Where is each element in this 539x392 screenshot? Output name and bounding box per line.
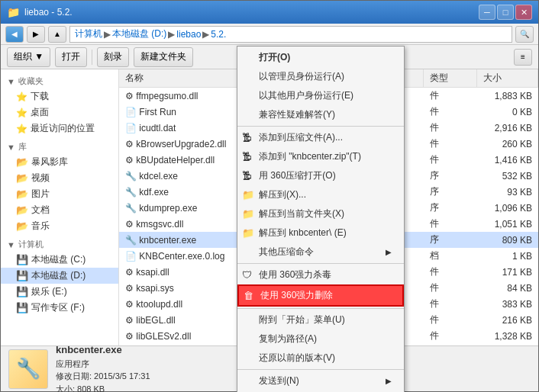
library-section: ▼ 库 📂 暴风影库 📂 视频 📂 图片 📂 文档 — [1, 140, 118, 234]
submenu-arrow-icon: ▶ — [386, 248, 392, 256]
disk-e-label: 娱乐 (E:) — [31, 285, 67, 298]
download-label: 下载 — [31, 90, 49, 103]
close-button[interactable]: ✕ — [515, 5, 532, 20]
address-path[interactable]: 计算机 ▶ 本地磁盘 (D:) ▶ liebao ▶ 5.2. — [69, 26, 512, 43]
file-size-cell: 0 KB — [477, 106, 538, 118]
download-icon: ⭐ — [16, 92, 27, 102]
organize-button[interactable]: 组织 ▼ — [7, 47, 50, 67]
library-title[interactable]: ▼ 库 — [1, 140, 118, 154]
menu-item[interactable]: 复制为路径(A) — [237, 329, 404, 349]
file-type-icon: 🔧 — [125, 171, 137, 182]
video-icon: 📂 — [16, 172, 28, 184]
file-info: knbcenter.exe 应用程序 修改日期: 2015/3/5 17:31 … — [56, 342, 150, 392]
menu-item[interactable]: 📁解压到(X)... — [237, 185, 404, 204]
menu-item-icon: 🗑 — [244, 290, 253, 301]
video-label: 视频 — [31, 172, 50, 185]
file-size-cell: 809 KB — [477, 234, 538, 246]
disk-d-icon: 💾 — [16, 270, 28, 281]
file-type-cell: 件 — [424, 217, 477, 231]
view-toggle[interactable]: ≡ — [514, 49, 532, 66]
file-type-cell: 序 — [424, 185, 477, 199]
maximize-button[interactable]: □ — [497, 5, 514, 20]
file-size-cell: 383 KB — [477, 298, 538, 310]
file-type-cell: 序 — [424, 169, 477, 183]
sidebar-item-c[interactable]: 💾 本地磁盘 (C:) — [1, 252, 118, 268]
menu-item[interactable]: 📁解压到当前文件夹(X) — [237, 204, 404, 223]
desktop-label: 桌面 — [31, 106, 49, 119]
column-type[interactable]: 类型 — [424, 69, 477, 87]
file-type-icon: ⚙ — [125, 155, 134, 165]
menu-item[interactable]: 🛡使用 360强力杀毒 — [237, 265, 404, 284]
sidebar-item-video[interactable]: 📂 视频 — [1, 170, 118, 186]
address-bar: ◀ ▶ ▲ 计算机 ▶ 本地磁盘 (D:) ▶ liebao ▶ 5.2. 🔍 — [1, 24, 538, 45]
menu-item-icon: 🗜 — [242, 132, 252, 143]
sidebar: ▼ 收藏夹 ⭐ 下载 ⭐ 桌面 ⭐ 最近访问的位置 ▼ — [1, 69, 119, 371]
file-type-cell: 件 — [424, 313, 477, 327]
favorites-title[interactable]: ▼ 收藏夹 — [1, 74, 118, 88]
path-computer[interactable]: 计算机 — [75, 27, 102, 40]
sidebar-item-desktop[interactable]: ⭐ 桌面 — [1, 104, 118, 120]
menu-item[interactable]: 以管理员身份运行(A) — [237, 67, 404, 86]
sidebar-item-e[interactable]: 💾 娱乐 (E:) — [1, 284, 118, 300]
menu-item-label: 其他压缩命令 — [259, 246, 314, 259]
burn-button[interactable]: 刻录 — [97, 47, 129, 67]
sidebar-item-documents[interactable]: 📂 文档 — [1, 202, 118, 218]
menu-separator — [237, 126, 404, 127]
search-button[interactable]: 🔍 — [515, 26, 534, 43]
library-label: 库 — [18, 141, 27, 153]
file-size-cell: 1,416 KB — [477, 154, 538, 166]
open-button[interactable]: 打开 — [55, 47, 87, 67]
menu-item[interactable]: 🗑使用 360强力删除 — [237, 284, 404, 307]
menu-item-icon: 🛡 — [242, 269, 252, 281]
menu-item[interactable]: 🗜添加到 "knbcenter.zip"(T) — [237, 147, 404, 166]
menu-item[interactable]: 附到「开始」菜单(U) — [237, 310, 404, 329]
music-label: 音乐 — [31, 220, 50, 233]
minimize-button[interactable]: ─ — [479, 5, 495, 20]
menu-item-label: 以其他用户身份运行(E) — [259, 89, 353, 102]
file-size-cell: 2,916 KB — [477, 122, 538, 134]
forward-button[interactable]: ▶ — [27, 26, 45, 43]
thumb-icon: 🔧 — [16, 357, 40, 381]
path-liebao[interactable]: liebao — [176, 29, 201, 40]
computer-title[interactable]: ▼ 计算机 — [1, 237, 118, 252]
column-size[interactable]: 大小 — [477, 69, 538, 87]
sidebar-item-recent[interactable]: ⭐ 最近访问的位置 — [1, 120, 118, 137]
computer-section: ▼ 计算机 💾 本地磁盘 (C:) 💾 本地磁盘 (D:) 💾 娱乐 (E:) … — [1, 237, 118, 316]
back-button[interactable]: ◀ — [5, 26, 24, 43]
file-size-cell: 1,096 KB — [477, 202, 538, 214]
menu-item-label: 添加到 "knbcenter.zip"(T) — [259, 150, 361, 163]
menu-item[interactable]: 以其他用户身份运行(E) — [237, 86, 404, 105]
menu-item[interactable]: 发送到(N)▶ — [237, 371, 404, 390]
new-folder-button[interactable]: 新建文件夹 — [134, 47, 193, 67]
file-type-cell: 件 — [424, 137, 477, 151]
up-button[interactable]: ▲ — [48, 26, 66, 43]
menu-item-label: 打开(O) — [259, 51, 290, 64]
sidebar-item-f[interactable]: 💾 写作专区 (F:) — [1, 300, 118, 316]
sidebar-item-movies[interactable]: 📂 暴风影库 — [1, 154, 118, 170]
submenu-arrow-icon: ▶ — [386, 377, 392, 385]
disk-c-icon: 💾 — [16, 254, 28, 265]
collapse-icon: ▼ — [7, 77, 15, 86]
path-version[interactable]: 5.2. — [211, 29, 226, 40]
context-menu: 打开(O)以管理员身份运行(A)以其他用户身份运行(E)兼容性疑难解答(Y)🗜添… — [237, 46, 405, 392]
menu-item[interactable]: 🗜添加到压缩文件(A)... — [237, 128, 404, 147]
recent-label: 最近访问的位置 — [31, 122, 95, 135]
sidebar-item-d[interactable]: 💾 本地磁盘 (D:) — [1, 268, 118, 284]
disk-d-label: 本地磁盘 (D:) — [31, 269, 86, 282]
menu-item-label: 用 360压缩打开(O) — [259, 169, 336, 182]
menu-item[interactable]: 🗜用 360压缩打开(O) — [237, 166, 404, 185]
sidebar-item-music[interactable]: 📂 音乐 — [1, 218, 118, 234]
sidebar-item-pictures[interactable]: 📂 图片 — [1, 186, 118, 202]
desktop-icon: ⭐ — [16, 108, 27, 118]
menu-item[interactable]: 其他压缩命令▶ — [237, 243, 404, 262]
menu-item[interactable]: 打开(O) — [237, 48, 404, 67]
path-disk-d[interactable]: 本地磁盘 (D:) — [112, 27, 166, 40]
sidebar-item-download[interactable]: ⭐ 下载 — [1, 88, 118, 104]
menu-item[interactable]: 📁解压到 knbcenter\ (E) — [237, 223, 404, 243]
movies-icon: 📂 — [16, 156, 28, 168]
menu-item[interactable]: 还原以前的版本(V) — [237, 349, 404, 368]
menu-separator — [237, 308, 404, 309]
menu-item[interactable]: 兼容性疑难解答(Y) — [237, 105, 404, 124]
menu-item-icon: 📁 — [242, 208, 254, 220]
file-size-cell: 216 KB — [477, 314, 538, 326]
